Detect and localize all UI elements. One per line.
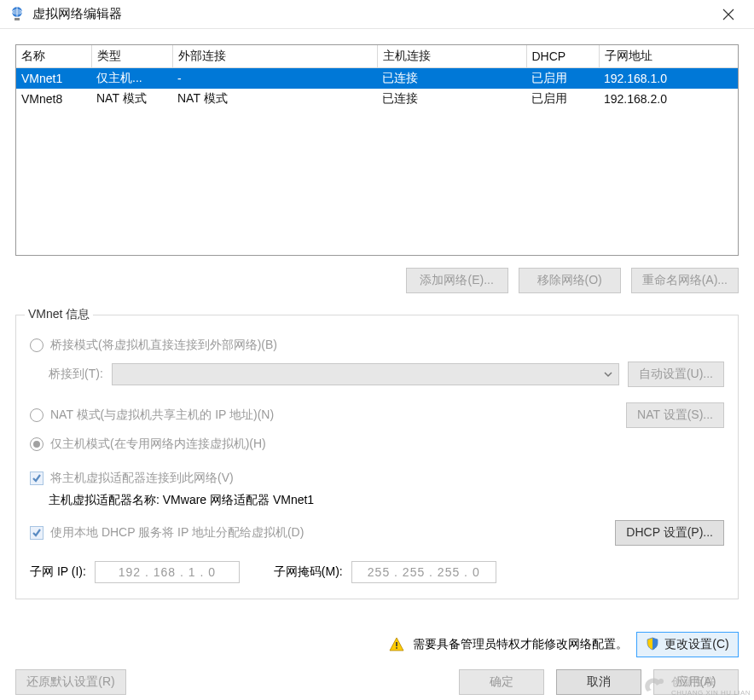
radio-hostonly[interactable] xyxy=(30,437,44,451)
network-table[interactable]: 名称 类型 外部连接 主机连接 DHCP 子网地址 VMnet1仅主机...-已… xyxy=(15,44,739,256)
app-icon xyxy=(9,6,26,23)
adapter-name-text: 主机虚拟适配器名称: VMware 网络适配器 VMnet1 xyxy=(49,493,724,508)
checkbox-connect-adapter[interactable] xyxy=(30,471,44,485)
restore-defaults-button[interactable]: 还原默认设置(R) xyxy=(15,669,126,695)
header-subnet[interactable]: 子网地址 xyxy=(599,45,738,68)
watermark: 创新互联 CHUANG XIN HU LIAN xyxy=(642,674,751,697)
checkbox-dhcp-label: 使用本地 DHCP 服务将 IP 地址分配给虚拟机(D) xyxy=(50,525,304,541)
cancel-button[interactable]: 取消 xyxy=(556,669,641,695)
header-external[interactable]: 外部连接 xyxy=(172,45,377,68)
svg-rect-3 xyxy=(396,642,397,646)
subnet-ip-field[interactable]: 192 . 168 . 1 . 0 xyxy=(95,561,240,583)
admin-note-text: 需要具备管理员特权才能修改网络配置。 xyxy=(413,637,628,652)
window-title: 虚拟网络编辑器 xyxy=(32,6,122,22)
bridge-to-select[interactable] xyxy=(112,363,619,385)
dhcp-settings-button[interactable]: DHCP 设置(P)... xyxy=(615,520,724,546)
chevron-down-icon xyxy=(603,369,613,379)
subnet-mask-label: 子网掩码(M): xyxy=(274,564,343,580)
bridge-to-label: 桥接到(T): xyxy=(49,367,103,382)
checkbox-connect-label: 将主机虚拟适配器连接到此网络(V) xyxy=(50,471,234,486)
header-name[interactable]: 名称 xyxy=(16,45,91,68)
radio-nat-label: NAT 模式(与虚拟机共享主机的 IP 地址)(N) xyxy=(50,408,274,423)
subnet-ip-label: 子网 IP (I): xyxy=(30,564,86,580)
header-host[interactable]: 主机连接 xyxy=(377,45,526,68)
titlebar: 虚拟网络编辑器 xyxy=(0,0,754,29)
table-row[interactable]: VMnet1仅主机...-已连接已启用192.168.1.0 xyxy=(16,68,738,90)
add-network-button[interactable]: 添加网络(E)... xyxy=(406,268,508,293)
vmnet-legend: VMnet 信息 xyxy=(25,307,93,322)
close-button[interactable] xyxy=(711,2,745,27)
rename-network-button[interactable]: 重命名网络(A)... xyxy=(631,268,739,293)
subnet-mask-field[interactable]: 255 . 255 . 255 . 0 xyxy=(351,561,496,583)
table-header-row: 名称 类型 外部连接 主机连接 DHCP 子网地址 xyxy=(16,45,738,68)
radio-nat[interactable] xyxy=(30,408,44,422)
svg-rect-2 xyxy=(14,18,20,20)
nat-settings-button[interactable]: NAT 设置(S)... xyxy=(626,402,724,428)
warning-icon xyxy=(389,637,404,652)
radio-bridge-label: 桥接模式(将虚拟机直接连接到外部网络)(B) xyxy=(50,338,277,353)
svg-rect-4 xyxy=(396,647,397,649)
change-settings-button[interactable]: 更改设置(C) xyxy=(636,632,739,657)
header-type[interactable]: 类型 xyxy=(91,45,172,68)
shield-icon xyxy=(646,637,659,653)
vmnet-info-group: VMnet 信息 桥接模式(将虚拟机直接连接到外部网络)(B) 桥接到(T): … xyxy=(15,307,739,599)
ok-button[interactable]: 确定 xyxy=(459,669,544,695)
remove-network-button[interactable]: 移除网络(O) xyxy=(519,268,621,293)
auto-settings-button[interactable]: 自动设置(U)... xyxy=(628,362,724,387)
table-row[interactable]: VMnet8NAT 模式NAT 模式已连接已启用192.168.2.0 xyxy=(16,89,738,109)
radio-bridge[interactable] xyxy=(30,338,44,352)
radio-hostonly-label: 仅主机模式(在专用网络内连接虚拟机)(H) xyxy=(50,437,266,452)
checkbox-dhcp[interactable] xyxy=(30,526,44,540)
header-dhcp[interactable]: DHCP xyxy=(526,45,599,68)
svg-point-5 xyxy=(658,679,664,684)
